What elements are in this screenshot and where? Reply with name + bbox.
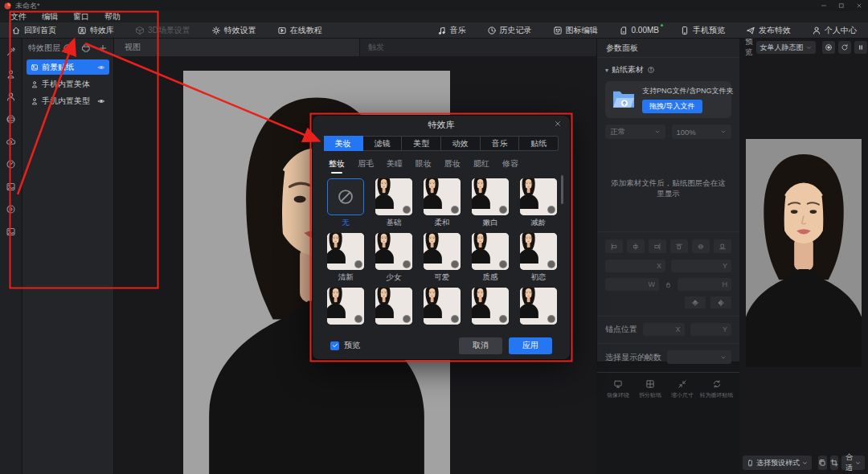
layer-phone-body-beauty[interactable]: 手机内置美体	[27, 76, 109, 92]
publish-effect-button[interactable]: 发布特效	[746, 25, 791, 36]
maximize-button[interactable]	[833, 0, 850, 11]
add-layer-button[interactable]	[98, 43, 108, 53]
menu-window[interactable]: 窗口	[73, 11, 89, 22]
menu-help[interactable]: 帮助	[104, 11, 121, 22]
makeup-item[interactable]	[520, 288, 557, 329]
makeup-item-first-love[interactable]: 初恋	[520, 233, 557, 288]
eye-icon[interactable]	[97, 97, 105, 105]
tab-motion[interactable]: 动效	[441, 136, 481, 151]
scene-settings-button[interactable]: 3D场景设置	[135, 25, 190, 36]
subtab-contour[interactable]: 修容	[502, 158, 518, 174]
tab-reshape[interactable]: 美型	[402, 136, 441, 151]
layers-view-button[interactable]	[818, 456, 827, 470]
refresh-button[interactable]	[838, 41, 851, 54]
history-button[interactable]: 历史记录	[487, 25, 532, 36]
export-icon[interactable]	[81, 43, 91, 53]
pause-button[interactable]	[854, 41, 867, 54]
layer-phone-face-reshape[interactable]: 手机内置美型	[27, 93, 109, 108]
tab-sticker[interactable]: 贴纸	[519, 136, 559, 151]
body-tool[interactable]	[3, 88, 19, 104]
adjust-tool[interactable]	[3, 156, 19, 172]
frames-select[interactable]	[667, 350, 731, 364]
eye-icon[interactable]	[97, 63, 105, 72]
scene-tool[interactable]	[3, 111, 19, 127]
height-field[interactable]	[678, 278, 731, 291]
close-icon[interactable]	[554, 120, 562, 128]
makeup-item-cute[interactable]: 可爱	[424, 233, 461, 288]
flip-vertical-button[interactable]	[685, 296, 706, 309]
makeup-item-fresh[interactable]: 清新	[327, 233, 364, 288]
home-button[interactable]: 回到首页	[11, 25, 56, 36]
effects-settings-button[interactable]: 特效设置	[211, 25, 256, 36]
makeup-item[interactable]	[472, 288, 509, 329]
sticker-tool[interactable]	[3, 178, 19, 194]
subtab-full-makeup[interactable]: 整妆	[329, 158, 345, 174]
beauty-tool[interactable]	[3, 66, 19, 82]
tab-filter[interactable]: 滤镜	[363, 136, 403, 151]
asset-tool[interactable]	[3, 223, 19, 239]
apply-button[interactable]: 应用	[509, 337, 552, 354]
makeup-item-soft[interactable]: 柔和	[424, 178, 461, 233]
cancel-button[interactable]: 取消	[459, 337, 502, 354]
x-position-field[interactable]	[605, 259, 665, 272]
align-top-button[interactable]	[670, 239, 688, 253]
camera-button[interactable]	[822, 41, 835, 54]
crop-button[interactable]	[830, 456, 839, 470]
align-middle-v-button[interactable]	[692, 239, 710, 253]
align-left-button[interactable]	[605, 239, 623, 253]
online-tutorial-button[interactable]: 在线教程	[277, 25, 322, 36]
fit-mode-select[interactable]: 合适	[841, 456, 865, 470]
music-button[interactable]: 音乐	[437, 25, 466, 36]
subtab-eyebrows[interactable]: 眉毛	[358, 158, 374, 174]
width-field[interactable]	[605, 278, 659, 291]
loop-sticker-tool[interactable]: 转为循环贴纸	[698, 379, 735, 399]
blend-mode-select[interactable]: 正常	[605, 125, 665, 139]
align-bottom-button[interactable]	[714, 239, 731, 253]
menu-file[interactable]: 文件	[10, 11, 27, 22]
minimize-button[interactable]	[815, 0, 833, 11]
align-right-button[interactable]	[649, 239, 666, 253]
makeup-item[interactable]	[375, 288, 412, 329]
select-tool[interactable]	[3, 43, 19, 59]
makeup-item-basic[interactable]: 基础	[375, 178, 412, 233]
tab-makeup[interactable]: 美妆	[324, 136, 363, 151]
subtab-blush[interactable]: 腮红	[473, 158, 489, 174]
split-sticker-tool[interactable]: 拆分贴纸	[634, 379, 666, 399]
phone-preview-button[interactable]: 手机预览	[680, 25, 725, 36]
subtab-lip-makeup[interactable]: 唇妆	[444, 158, 461, 174]
lock-ratio-icon[interactable]	[665, 281, 672, 288]
avatar-tool[interactable]	[3, 133, 19, 149]
flip-horizontal-button[interactable]	[710, 296, 731, 309]
makeup-item-none[interactable]: 无	[327, 178, 364, 233]
account-button[interactable]: 个人中心	[812, 25, 857, 36]
effects-library-button[interactable]: 特效库	[77, 25, 114, 36]
makeup-item-fair[interactable]: 嫩白	[472, 178, 509, 233]
tab-music[interactable]: 音乐	[481, 136, 520, 151]
upload-dropzone[interactable]: 支持PNG文件/含PNG文件夹 拖拽/导入文件	[605, 81, 731, 118]
anchor-y-field[interactable]	[690, 323, 732, 336]
preset-style-button[interactable]: 选择预设样式	[743, 456, 812, 470]
align-center-h-button[interactable]	[627, 239, 645, 253]
makeup-item[interactable]	[327, 288, 364, 329]
settings-tool[interactable]	[3, 201, 19, 217]
y-position-field[interactable]	[671, 259, 731, 272]
icon-edit-button[interactable]: 图标编辑	[553, 25, 598, 36]
subtab-contacts[interactable]: 美瞳	[387, 158, 403, 174]
memory-usage[interactable]: 0.00MB	[619, 26, 659, 35]
makeup-item[interactable]	[424, 288, 461, 329]
menu-edit[interactable]: 编辑	[42, 11, 58, 22]
view-tab[interactable]: 视图	[114, 39, 359, 56]
preview-mode-select[interactable]: 女单人静态图	[756, 41, 816, 54]
import-file-button[interactable]: 拖拽/导入文件	[642, 100, 702, 113]
close-button[interactable]	[850, 0, 868, 11]
makeup-item-girl[interactable]: 少女	[375, 233, 412, 288]
makeup-item-texture[interactable]: 质感	[472, 233, 509, 288]
makeup-item-younger[interactable]: 减龄	[520, 178, 557, 233]
preview-checkbox[interactable]	[330, 341, 339, 350]
grid-scrollbar[interactable]	[561, 175, 563, 204]
subtab-eye-makeup[interactable]: 眼妆	[416, 158, 432, 174]
collapse-caret-icon[interactable]: ▾	[605, 67, 608, 74]
layer-foreground-sticker[interactable]: 前景贴纸	[27, 59, 109, 75]
mirror-tool[interactable]: 镜像环绕	[602, 379, 634, 399]
trigger-tab[interactable]: 触发	[359, 39, 596, 56]
